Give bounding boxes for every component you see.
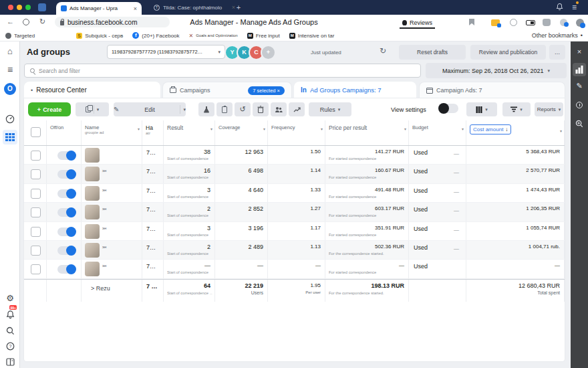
clipboard-button[interactable] bbox=[216, 102, 233, 116]
ad-groups-tab[interactable]: In Ad Groups Campaigns: 7 bbox=[294, 82, 416, 98]
chevron-down-icon[interactable]: ▾ bbox=[97, 107, 100, 112]
ad-group-toggle[interactable] bbox=[57, 227, 76, 236]
ab-test-button[interactable] bbox=[198, 102, 214, 116]
help-icon[interactable]: ? bbox=[0, 340, 20, 352]
performance-chart-icon[interactable] bbox=[573, 63, 586, 76]
history-clock-icon[interactable] bbox=[571, 99, 588, 111]
new-tab-button[interactable]: + bbox=[234, 3, 243, 12]
forward-icon[interactable] bbox=[23, 19, 29, 25]
notifications-bell-icon[interactable]: 99+ bbox=[0, 308, 20, 320]
extension-icon-hand[interactable] bbox=[543, 19, 551, 26]
search-icon[interactable] bbox=[0, 325, 20, 337]
column-ha[interactable]: Ha atr bbox=[142, 120, 164, 145]
select-all-checkbox[interactable] bbox=[31, 127, 41, 137]
back-icon[interactable]: ← bbox=[7, 17, 14, 25]
bookmark-reviews[interactable]: Reviews bbox=[400, 17, 435, 29]
bookmark-item[interactable]: SSubquick - серв bbox=[76, 33, 123, 39]
bookmark-flag-icon[interactable] bbox=[469, 19, 474, 25]
guide-book-icon[interactable] bbox=[0, 355, 20, 367]
selected-column-box[interactable]: Cost amount ↓ bbox=[470, 124, 511, 134]
column-off-on[interactable]: Off/on bbox=[47, 120, 82, 145]
search-filter-input[interactable]: Search and filter bbox=[24, 64, 421, 78]
row-checkbox[interactable] bbox=[31, 169, 41, 179]
bookmark-item[interactable]: Targeted bbox=[5, 33, 35, 39]
campaigns-tab[interactable]: Campaigns 7 selected × bbox=[162, 82, 292, 98]
chevron-down-icon[interactable]: ▾ bbox=[183, 107, 186, 112]
column-result[interactable]: Result▾ bbox=[164, 120, 215, 145]
delete-button[interactable] bbox=[253, 102, 269, 116]
bookmark-item[interactable]: MFree input bbox=[247, 33, 280, 39]
reload-icon[interactable]: ↻ bbox=[39, 17, 45, 26]
ad-group-toggle[interactable] bbox=[57, 189, 76, 198]
ad-group-toggle[interactable] bbox=[57, 151, 76, 160]
browser-tab-active[interactable]: Ads Manager - Upra × bbox=[56, 2, 142, 15]
menu-burger-icon[interactable]: ≡ bbox=[0, 64, 20, 75]
more-options-button[interactable]: … bbox=[549, 45, 565, 60]
row-checkbox[interactable] bbox=[31, 189, 41, 199]
rules-button[interactable]: Rules ▾ bbox=[309, 102, 351, 116]
row-name-cell[interactable]: эн bbox=[82, 165, 142, 183]
columns-button[interactable]: ▾ bbox=[466, 102, 497, 116]
close-panel-icon[interactable]: × bbox=[571, 48, 588, 56]
refresh-icon[interactable]: ↻ bbox=[380, 46, 386, 56]
row-checkbox[interactable] bbox=[31, 246, 41, 256]
mac-minimize-button[interactable] bbox=[17, 5, 22, 10]
ad-group-toggle[interactable] bbox=[57, 246, 76, 255]
profile-avatar-icon[interactable] bbox=[576, 19, 584, 27]
undo-button[interactable]: ↺ bbox=[235, 102, 251, 116]
row-name-cell[interactable]: эн bbox=[82, 203, 142, 221]
view-settings-toggle[interactable] bbox=[438, 104, 458, 113]
row-checkbox[interactable] bbox=[31, 264, 41, 274]
column-coverage[interactable]: Coverage▾ bbox=[215, 120, 268, 145]
ads-tab[interactable]: Campaign Ads: 7 bbox=[419, 82, 565, 98]
reports-button[interactable]: Reports ▾ bbox=[535, 102, 563, 116]
column-cost-amount[interactable]: Cost amount ↓ ▾ bbox=[466, 120, 565, 145]
create-button[interactable]: + Create bbox=[28, 102, 71, 116]
row-name-cell[interactable]: эн bbox=[82, 241, 142, 259]
settings-gear-icon[interactable]: ⚙ bbox=[0, 293, 20, 303]
reset-drafts-button[interactable]: Reset drafts bbox=[399, 45, 466, 60]
collaborator-avatar[interactable]: + bbox=[261, 45, 276, 60]
ad-group-toggle[interactable] bbox=[57, 170, 76, 179]
bookmark-item[interactable]: MIntensive on tar bbox=[289, 33, 335, 39]
campaigns-grid-icon[interactable] bbox=[3, 130, 17, 145]
row-name-cell[interactable]: эн bbox=[82, 260, 142, 278]
extension-icon-check[interactable] bbox=[560, 19, 567, 26]
notifications-bell-icon[interactable] bbox=[556, 3, 563, 11]
row-checkbox[interactable] bbox=[31, 151, 41, 161]
date-range-selector[interactable]: Maximum: Sep 26, 2018 Oct 26, 2021 ▾ bbox=[426, 63, 567, 78]
review-publication-button[interactable]: Review and publication bbox=[470, 45, 546, 60]
url-field[interactable]: business.facebook.com bbox=[55, 17, 170, 27]
trends-button[interactable] bbox=[289, 102, 305, 116]
mac-close-button[interactable] bbox=[8, 5, 13, 10]
edit-pencil-icon[interactable]: ✎ bbox=[571, 82, 588, 90]
column-frequency[interactable]: Frequency▾ bbox=[268, 120, 325, 145]
row-name-cell[interactable] bbox=[82, 146, 142, 164]
ad-group-toggle[interactable] bbox=[57, 208, 76, 217]
breakdown-button[interactable]: ▾ bbox=[502, 102, 531, 116]
other-bookmarks[interactable]: Other bookmarks• bbox=[532, 32, 583, 39]
selected-count-badge[interactable]: 7 selected × bbox=[248, 86, 285, 95]
extension-icon-battery[interactable] bbox=[526, 20, 535, 25]
ads-manager-gauge-icon[interactable] bbox=[0, 112, 20, 124]
account-selector[interactable]: 1198379287577729 (11983792875772… ▾ bbox=[107, 45, 225, 59]
row-name-cell[interactable]: эн bbox=[82, 222, 142, 240]
browser-menu-icon[interactable]: ≡ bbox=[572, 3, 577, 12]
row-name-cell[interactable]: эн bbox=[82, 184, 142, 202]
row-checkbox[interactable] bbox=[31, 227, 41, 237]
row-checkbox[interactable] bbox=[31, 207, 41, 217]
column-name[interactable]: Name groupie ad ▾ bbox=[82, 120, 142, 145]
mac-zoom-button[interactable] bbox=[25, 5, 31, 10]
bookmark-item[interactable]: ✕Goals and Optimization bbox=[189, 33, 238, 39]
bookmark-item[interactable]: f(20+) Facebook bbox=[132, 32, 179, 39]
business-avatar[interactable]: O bbox=[4, 83, 16, 95]
audience-button[interactable] bbox=[271, 102, 287, 116]
extension-icon-mask[interactable] bbox=[510, 19, 517, 26]
extension-icon-folder[interactable] bbox=[491, 19, 500, 26]
resource-center-tab[interactable]: • Resource Center bbox=[24, 82, 160, 98]
close-tab-icon[interactable]: × bbox=[134, 5, 137, 12]
column-price-per-result[interactable]: Price per result▾ bbox=[325, 120, 409, 145]
home-icon[interactable]: ⌂ bbox=[0, 46, 20, 56]
column-budget[interactable]: Budget▾ bbox=[409, 120, 466, 145]
edit-button[interactable]: ✎ Edit ▾ bbox=[114, 102, 186, 116]
